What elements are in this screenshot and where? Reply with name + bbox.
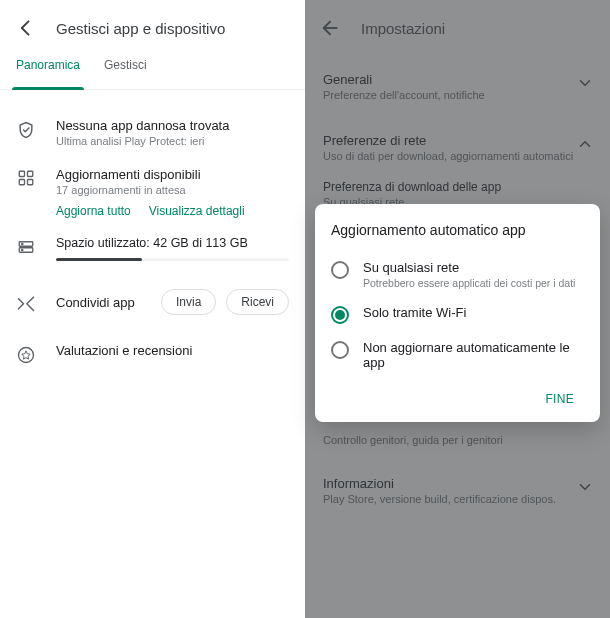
- row-updates[interactable]: Aggiornamenti disponibili 17 aggiornamen…: [0, 157, 305, 206]
- receive-button[interactable]: Ricevi: [226, 289, 289, 315]
- updates-actions: Aggiorna tutto Visualizza dettagli: [56, 204, 305, 218]
- radio-option-any-network[interactable]: Su qualsiasi rete Potrebbero essere appl…: [331, 252, 584, 297]
- updates-title: Aggiornamenti disponibili: [56, 167, 289, 182]
- storage-bar: [56, 258, 289, 261]
- row-ratings[interactable]: Valutazioni e recensioni: [0, 333, 305, 375]
- left-title: Gestisci app e dispositivo: [56, 20, 225, 37]
- row-storage[interactable]: Spazio utilizzato: 42 GB di 113 GB: [0, 226, 305, 271]
- radio-option-wifi-only[interactable]: Solo tramite Wi-Fi: [331, 297, 584, 332]
- storage-title: Spazio utilizzato: 42 GB di 113 GB: [56, 236, 289, 250]
- tabs: Panoramica Gestisci: [0, 56, 305, 90]
- left-header: Gestisci app e dispositivo: [0, 0, 305, 56]
- protect-sub: Ultima analisi Play Protect: ieri: [56, 135, 289, 147]
- share-title: Condividi app: [56, 295, 135, 310]
- radio-label: Su qualsiasi rete: [363, 260, 584, 275]
- radio-icon: [331, 306, 349, 324]
- svg-rect-2: [19, 180, 24, 185]
- storage-icon: [16, 236, 36, 256]
- apps-grid-icon: [16, 167, 36, 187]
- update-all-button[interactable]: Aggiorna tutto: [56, 204, 131, 218]
- send-button[interactable]: Invia: [161, 289, 216, 315]
- back-icon[interactable]: [14, 16, 38, 40]
- star-badge-icon: [16, 343, 36, 365]
- protect-title: Nessuna app dannosa trovata: [56, 118, 289, 133]
- row-play-protect[interactable]: Nessuna app dannosa trovata Ultima anali…: [0, 104, 305, 157]
- svg-rect-1: [28, 171, 33, 176]
- radio-label: Solo tramite Wi-Fi: [363, 305, 584, 320]
- dialog-done-button[interactable]: FINE: [535, 386, 584, 412]
- tab-overview[interactable]: Panoramica: [16, 56, 80, 90]
- radio-icon: [331, 341, 349, 359]
- radio-option-never[interactable]: Non aggiornare automaticamente le app: [331, 332, 584, 378]
- share-icon: [16, 291, 36, 313]
- view-details-button[interactable]: Visualizza dettagli: [149, 204, 245, 218]
- radio-sub: Potrebbero essere applicati dei costi pe…: [363, 277, 584, 289]
- radio-icon: [331, 261, 349, 279]
- svg-point-7: [22, 249, 23, 250]
- svg-point-6: [22, 243, 23, 244]
- left-pane: Gestisci app e dispositivo Panoramica Ge…: [0, 0, 305, 618]
- shield-icon: [16, 118, 36, 140]
- tab-manage[interactable]: Gestisci: [104, 56, 147, 90]
- svg-rect-0: [19, 171, 24, 176]
- radio-label: Non aggiornare automaticamente le app: [363, 340, 584, 370]
- updates-sub: 17 aggiornamenti in attesa: [56, 184, 289, 196]
- dialog-title: Aggiornamento automatico app: [331, 222, 584, 238]
- right-pane: Impostazioni Generali Preferenze dell'ac…: [305, 0, 610, 618]
- svg-rect-3: [28, 180, 33, 185]
- row-share: Condividi app Invia Ricevi: [0, 271, 305, 333]
- auto-update-dialog: Aggiornamento automatico app Su qualsias…: [315, 204, 600, 422]
- ratings-title: Valutazioni e recensioni: [56, 343, 289, 358]
